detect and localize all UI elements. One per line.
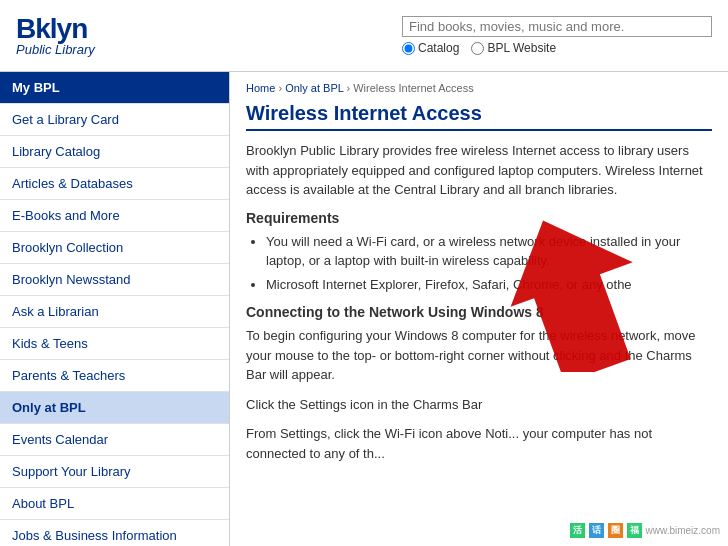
bpl-label: BPL Website	[487, 41, 556, 55]
page-title: Wireless Internet Access	[246, 102, 712, 131]
watermark-char3: 圈	[608, 523, 623, 538]
search-options: Catalog BPL Website	[402, 41, 556, 55]
sidebar-item-parents-teachers[interactable]: Parents & Teachers	[0, 360, 229, 392]
sidebar: My BPLGet a Library CardLibrary CatalogA…	[0, 72, 230, 546]
sidebar-item-ebooks[interactable]: E-Books and More	[0, 200, 229, 232]
settings-text: Click the Settings icon in the Charms Ba…	[246, 395, 712, 415]
wifi-text: From Settings, click the Wi-Fi icon abov…	[246, 424, 712, 463]
catalog-label: Catalog	[418, 41, 459, 55]
catalog-radio[interactable]	[402, 42, 415, 55]
watermark: 活 话 圈 福 www.bimeiz.com	[570, 523, 720, 538]
requirement-item-1: You will need a Wi-Fi card, or a wireles…	[266, 232, 712, 271]
sidebar-item-articles-databases[interactable]: Articles & Databases	[0, 168, 229, 200]
connecting-text: To begin configuring your Windows 8 comp…	[246, 326, 712, 385]
sidebar-item-my-bpl[interactable]: My BPL	[0, 72, 229, 104]
catalog-option[interactable]: Catalog	[402, 41, 459, 55]
watermark-url: www.bimeiz.com	[646, 525, 720, 536]
bpl-radio[interactable]	[471, 42, 484, 55]
breadcrumb-home[interactable]: Home	[246, 82, 275, 94]
watermark-char1: 活	[570, 523, 585, 538]
watermark-char2: 话	[589, 523, 604, 538]
sidebar-item-brooklyn-collection[interactable]: Brooklyn Collection	[0, 232, 229, 264]
search-input[interactable]	[409, 19, 679, 34]
logo-subtitle: Public Library	[16, 43, 95, 56]
requirement-item-2: Microsoft Internet Explorer, Firefox, Sa…	[266, 275, 712, 295]
watermark-char4: 福	[627, 523, 642, 538]
requirements-heading: Requirements	[246, 210, 712, 226]
main: My BPLGet a Library CardLibrary CatalogA…	[0, 72, 728, 546]
logo: Bklyn Public Library	[16, 15, 95, 56]
connecting-heading: Connecting to the Network Using Windows …	[246, 304, 712, 320]
sidebar-item-support-library[interactable]: Support Your Library	[0, 456, 229, 488]
sidebar-item-events-calendar[interactable]: Events Calendar	[0, 424, 229, 456]
breadcrumb-sep1: ›	[278, 82, 282, 94]
requirements-list: You will need a Wi-Fi card, or a wireles…	[266, 232, 712, 295]
header: Bklyn Public Library Catalog BPL Website	[0, 0, 728, 72]
breadcrumb-sep2: ›	[347, 82, 351, 94]
sidebar-item-jobs-business[interactable]: Jobs & Business Information	[0, 520, 229, 546]
intro-text: Brooklyn Public Library provides free wi…	[246, 141, 712, 200]
sidebar-item-brooklyn-newsstand[interactable]: Brooklyn Newsstand	[0, 264, 229, 296]
search-area: Catalog BPL Website	[402, 16, 712, 55]
sidebar-item-ask-librarian[interactable]: Ask a Librarian	[0, 296, 229, 328]
bpl-website-option[interactable]: BPL Website	[471, 41, 556, 55]
sidebar-item-get-library-card[interactable]: Get a Library Card	[0, 104, 229, 136]
breadcrumb: Home › Only at BPL › Wireless Internet A…	[246, 82, 712, 94]
breadcrumb-current: Wireless Internet Access	[353, 82, 473, 94]
logo-bklyn: Bklyn	[16, 15, 95, 43]
sidebar-item-kids-teens[interactable]: Kids & Teens	[0, 328, 229, 360]
breadcrumb-only-at-bpl[interactable]: Only at BPL	[285, 82, 343, 94]
content-area: Home › Only at BPL › Wireless Internet A…	[230, 72, 728, 546]
sidebar-item-library-catalog[interactable]: Library Catalog	[0, 136, 229, 168]
sidebar-item-only-at-bpl[interactable]: Only at BPL	[0, 392, 229, 424]
sidebar-item-about-bpl[interactable]: About BPL	[0, 488, 229, 520]
search-box-container	[402, 16, 712, 37]
